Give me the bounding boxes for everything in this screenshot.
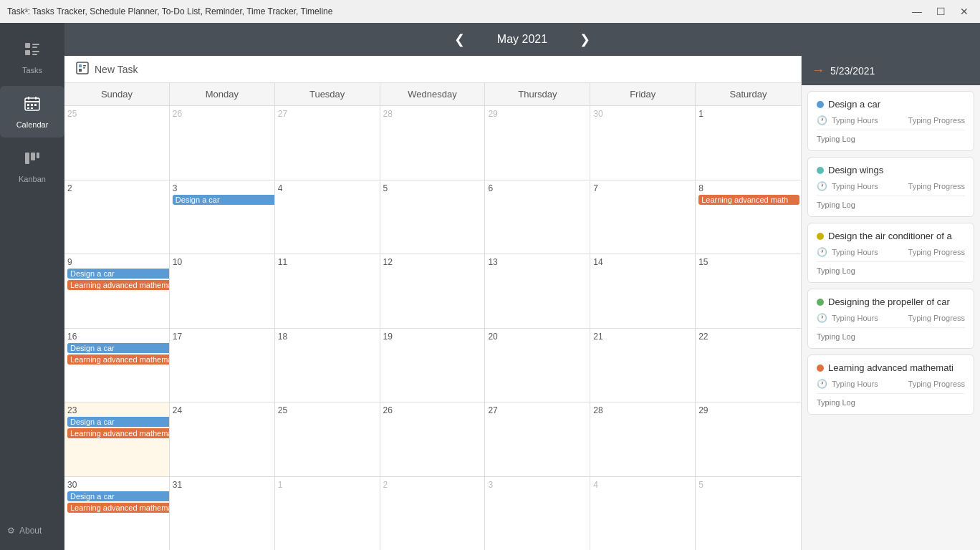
top-nav: ❮ May 2021 ❯	[64, 23, 980, 56]
calendar-cell[interactable]: 21	[590, 329, 696, 402]
typing-log-label: Typing Log	[817, 135, 965, 143]
task-typing-row: 🕐Typing HoursTyping Progress	[817, 181, 965, 191]
calendar-cell[interactable]: 28	[380, 106, 486, 180]
calendar-cell[interactable]: 4	[275, 180, 380, 254]
calendar-cell[interactable]: 12	[380, 254, 486, 328]
day-number: 30	[67, 480, 168, 490]
typing-log-label: Typing Log	[817, 266, 965, 275]
sidebar: Tasks Calendar	[0, 23, 64, 550]
calendar-cell[interactable]: 13	[485, 254, 590, 328]
calendar-cell[interactable]: 15	[696, 254, 801, 328]
minimize-button[interactable]: —	[908, 4, 926, 19]
calendar-cell[interactable]: 16Design a carLearning advanced mathemat…	[64, 329, 170, 402]
calendar-cell[interactable]: 26	[380, 402, 486, 476]
event-design-car[interactable]: Design a car	[67, 343, 170, 353]
event-design-car[interactable]: Design a car	[173, 195, 275, 205]
calendar-cell[interactable]: 23Design a carLearning advanced mathemat…	[64, 402, 170, 476]
calendar-cell[interactable]: 3Design a car	[170, 180, 275, 254]
calendar-cell[interactable]: 2	[64, 180, 170, 254]
calendar-cell[interactable]: 29	[485, 106, 590, 180]
calendar-grid: Sunday Monday Tuesday Wednesday Thursday…	[64, 83, 801, 550]
task-card[interactable]: Design the air conditioner of a🕐Typing H…	[807, 223, 974, 283]
day-number: 26	[173, 109, 273, 119]
calendar-cell[interactable]: 29	[696, 402, 801, 476]
calendar-cell[interactable]: 3	[485, 477, 590, 551]
task-card[interactable]: Design a car🕐Typing HoursTyping Progress…	[807, 91, 974, 151]
event-learning-math[interactable]: Learning advanced mathematics	[67, 280, 170, 290]
header-monday: Monday	[170, 83, 275, 105]
calendar-cell[interactable]: 20	[485, 329, 590, 402]
task-card[interactable]: Design wings🕐Typing HoursTyping Progress…	[807, 157, 974, 217]
sidebar-item-calendar[interactable]: Calendar	[0, 86, 64, 138]
typing-progress-label: Typing Progress	[908, 380, 965, 388]
event-learning-math[interactable]: Learning advanced mathematics	[67, 503, 170, 513]
day-number: 27	[488, 405, 588, 415]
calendar-cell[interactable]: 10	[170, 254, 275, 328]
day-number: 27	[278, 109, 378, 119]
sidebar-item-tasks[interactable]: Tasks	[0, 32, 64, 83]
event-design-car[interactable]: Design a car	[67, 417, 170, 427]
event-learning-math[interactable]: Learning advanced mathematics	[67, 354, 170, 365]
day-number: 5	[698, 480, 799, 490]
maximize-button[interactable]: ☐	[932, 4, 950, 19]
calendar-cell[interactable]: 26	[170, 106, 275, 180]
svg-rect-10	[27, 104, 29, 106]
calendar-cell[interactable]: 1	[275, 477, 380, 551]
typing-progress-label: Typing Progress	[908, 314, 965, 322]
calendar-cell[interactable]: 24	[170, 402, 275, 476]
day-number: 5	[383, 183, 484, 193]
calendar-cell[interactable]: 27	[275, 106, 380, 180]
calendar-cell[interactable]: 2	[380, 477, 486, 551]
event-design-car[interactable]: Design a car	[67, 269, 170, 279]
calendar-cell[interactable]: 22	[696, 329, 801, 402]
calendar-week: 16Design a carLearning advanced mathemat…	[64, 329, 801, 403]
task-card[interactable]: Designing the propeller of car🕐Typing Ho…	[807, 289, 974, 349]
day-number: 1	[698, 109, 799, 119]
calendar-cell[interactable]: 25	[64, 106, 170, 180]
calendar-cell[interactable]: 17	[170, 329, 275, 402]
calendar-cell[interactable]: 19	[380, 329, 486, 402]
calendar-cell[interactable]: 30	[590, 106, 696, 180]
about-section[interactable]: ⚙ About	[0, 518, 64, 543]
calendar-cell[interactable]: 14	[590, 254, 696, 328]
calendar-cell[interactable]: 7	[590, 180, 696, 254]
new-task-button[interactable]: New Task	[76, 62, 138, 77]
title-bar: Task³: Tasks Tracker, Schedule Planner, …	[0, 0, 980, 23]
calendar-cell[interactable]: 4	[590, 477, 696, 551]
event-design-car[interactable]: Design a car	[67, 491, 170, 501]
typing-hours-label: Typing Hours	[832, 380, 878, 388]
svg-rect-12	[34, 104, 37, 106]
task-card[interactable]: Learning advanced mathemati🕐Typing Hours…	[807, 354, 974, 415]
calendar-cell[interactable]: 28	[590, 402, 696, 476]
event-learning-math[interactable]: Learning advanced math	[698, 195, 799, 205]
close-button[interactable]: ✕	[956, 4, 973, 19]
clock-icon: 🕐	[817, 313, 827, 323]
calendar-cell[interactable]: 31	[170, 477, 275, 551]
calendar-cell[interactable]: 11	[275, 254, 380, 328]
calendar-cell[interactable]: 18	[275, 329, 380, 402]
day-number: 22	[698, 332, 799, 342]
calendar-cell[interactable]: 27	[485, 402, 590, 476]
calendar-cell[interactable]: 25	[275, 402, 380, 476]
calendar-cell[interactable]: 30Design a carLearning advanced mathemat…	[64, 477, 170, 551]
calendar-cell[interactable]: 8Learning advanced math	[696, 180, 801, 254]
day-number: 4	[278, 183, 378, 193]
next-month-button[interactable]: ❯	[574, 29, 596, 50]
calendar-cell[interactable]: 6	[485, 180, 590, 254]
calendar-cell[interactable]: 9Design a carLearning advanced mathemati…	[64, 254, 170, 328]
calendar-cell[interactable]: 5	[380, 180, 486, 254]
task-card-title: Design wings	[817, 165, 965, 175]
svg-rect-13	[27, 107, 29, 109]
typing-log-label: Typing Log	[817, 201, 965, 209]
task-dot	[817, 101, 824, 108]
day-number: 31	[173, 480, 273, 490]
calendar-cell[interactable]: 5	[696, 477, 801, 551]
prev-month-button[interactable]: ❮	[448, 29, 471, 50]
sidebar-item-kanban[interactable]: Kanban	[0, 140, 64, 192]
calendar-cell[interactable]: 1	[696, 106, 801, 180]
task-typing-row: 🕐Typing HoursTyping Progress	[817, 379, 965, 389]
task-card-title: Learning advanced mathemati	[817, 362, 965, 373]
day-number: 9	[67, 257, 168, 267]
calendar-week: 30Design a carLearning advanced mathemat…	[64, 477, 801, 551]
event-learning-math[interactable]: Learning advanced mathematics	[67, 428, 170, 438]
